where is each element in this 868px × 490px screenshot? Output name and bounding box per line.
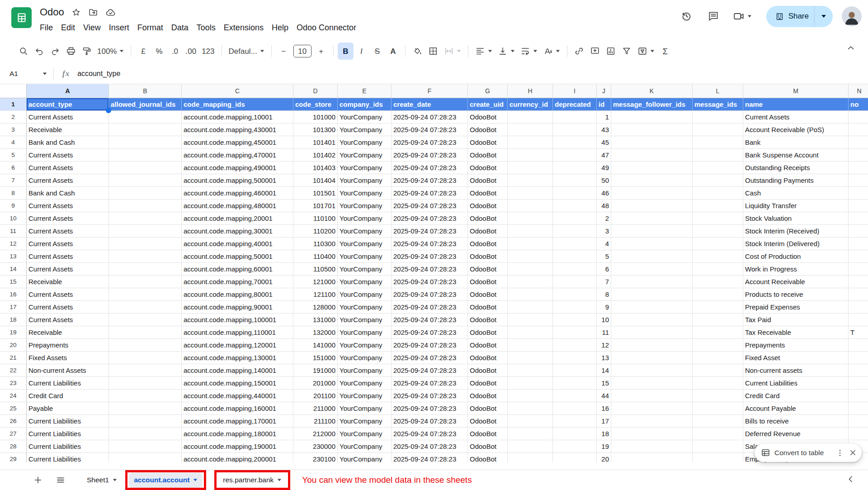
bold-button[interactable]: B xyxy=(338,43,354,60)
cell-C14[interactable]: account.code.mapping,60001 xyxy=(182,263,293,276)
cell-F18[interactable]: 2025-09-24 07:28:23 xyxy=(392,314,468,326)
cell-B10[interactable] xyxy=(109,212,182,225)
cell-B8[interactable] xyxy=(109,187,182,200)
cell-C12[interactable]: account.code.mapping,40001 xyxy=(182,238,293,250)
cell-E13[interactable]: YourCompany xyxy=(338,250,392,263)
header-cell-name[interactable]: name xyxy=(743,98,849,111)
row-header-6[interactable]: 6 xyxy=(0,162,27,174)
cell-B27[interactable] xyxy=(109,428,182,440)
cell-B13[interactable] xyxy=(109,250,182,263)
row-header-29[interactable]: 29 xyxy=(0,453,27,462)
cell-F26[interactable]: 2025-09-24 07:28:23 xyxy=(392,415,468,428)
cell-G24[interactable]: OdooBot xyxy=(468,390,508,402)
cell-N8[interactable] xyxy=(849,187,868,200)
row-header-9[interactable]: 9 xyxy=(0,200,27,212)
cell-G18[interactable]: OdooBot xyxy=(468,314,508,326)
cell-H16[interactable] xyxy=(508,288,553,301)
cell-I15[interactable] xyxy=(553,276,597,288)
cell-B15[interactable] xyxy=(109,276,182,288)
cell-D29[interactable]: 230100 xyxy=(293,453,338,462)
cell-M16[interactable]: Products to receive xyxy=(743,288,849,301)
row-header-28[interactable]: 28 xyxy=(0,440,27,453)
cell-I21[interactable] xyxy=(553,352,597,364)
cell-A20[interactable]: Prepayments xyxy=(27,339,109,352)
cell-D16[interactable]: 121100 xyxy=(293,288,338,301)
row-header-16[interactable]: 16 xyxy=(0,288,27,301)
cell-K4[interactable] xyxy=(611,136,693,149)
header-cell-currency_id[interactable]: currency_id xyxy=(508,98,553,111)
cell-N24[interactable] xyxy=(849,390,868,402)
name-box[interactable]: A1 xyxy=(0,70,53,78)
row-header-12[interactable]: 12 xyxy=(0,238,27,250)
cell-E6[interactable]: YourCompany xyxy=(338,162,392,174)
vertical-align-button[interactable] xyxy=(495,43,518,60)
comments-icon[interactable] xyxy=(702,5,725,28)
column-header-C[interactable]: C xyxy=(182,84,293,98)
cell-A2[interactable]: Current Assets xyxy=(27,111,109,124)
cell-J21[interactable]: 13 xyxy=(597,352,611,364)
cell-I13[interactable] xyxy=(553,250,597,263)
create-filter-button[interactable] xyxy=(619,43,635,60)
cell-C10[interactable]: account.code.mapping,20001 xyxy=(182,212,293,225)
menu-data[interactable]: Data xyxy=(167,22,193,34)
cell-I23[interactable] xyxy=(553,377,597,390)
row-header-23[interactable]: 23 xyxy=(0,377,27,390)
text-rotation-button[interactable] xyxy=(540,43,563,60)
cell-J14[interactable]: 6 xyxy=(597,263,611,276)
cell-J17[interactable]: 9 xyxy=(597,301,611,314)
cell-A4[interactable]: Bank and Cash xyxy=(27,136,109,149)
cell-E24[interactable]: YourCompany xyxy=(338,390,392,402)
cell-C18[interactable]: account.code.mapping,100001 xyxy=(182,314,293,326)
cell-C24[interactable]: account.code.mapping,440001 xyxy=(182,390,293,402)
cell-L28[interactable] xyxy=(693,440,743,453)
cell-J3[interactable]: 43 xyxy=(597,124,611,136)
cell-C6[interactable]: account.code.mapping,490001 xyxy=(182,162,293,174)
column-header-E[interactable]: E xyxy=(338,84,392,98)
cell-J7[interactable]: 50 xyxy=(597,174,611,187)
sheet-tab-sheet1[interactable]: Sheet1 xyxy=(87,476,117,484)
cell-I27[interactable] xyxy=(553,428,597,440)
menu-view[interactable]: View xyxy=(79,22,105,34)
print-button[interactable] xyxy=(63,43,79,60)
cell-F27[interactable]: 2025-09-24 07:28:23 xyxy=(392,428,468,440)
cell-A3[interactable]: Receivable xyxy=(27,124,109,136)
cell-A28[interactable]: Current Liabilities xyxy=(27,440,109,453)
cell-B16[interactable] xyxy=(109,288,182,301)
horizontal-align-button[interactable] xyxy=(472,43,495,60)
strikethrough-button[interactable]: S xyxy=(369,43,385,60)
cell-G6[interactable]: OdooBot xyxy=(468,162,508,174)
cell-K6[interactable] xyxy=(611,162,693,174)
row-header-20[interactable]: 20 xyxy=(0,339,27,352)
cell-N6[interactable] xyxy=(849,162,868,174)
cell-A12[interactable]: Current Assets xyxy=(27,238,109,250)
cell-J11[interactable]: 3 xyxy=(597,225,611,238)
cell-H17[interactable] xyxy=(508,301,553,314)
cell-A29[interactable]: Current Liabilities xyxy=(27,453,109,462)
font-size-decrease-button[interactable]: − xyxy=(276,43,292,60)
cell-L5[interactable] xyxy=(693,149,743,162)
cell-L27[interactable] xyxy=(693,428,743,440)
header-cell-no[interactable]: no xyxy=(849,98,868,111)
cell-F23[interactable]: 2025-09-24 07:28:23 xyxy=(392,377,468,390)
cell-H23[interactable] xyxy=(508,377,553,390)
cell-F7[interactable]: 2025-09-24 07:28:23 xyxy=(392,174,468,187)
cell-D11[interactable]: 110200 xyxy=(293,225,338,238)
column-header-L[interactable]: L xyxy=(693,84,743,98)
row-header-11[interactable]: 11 xyxy=(0,225,27,238)
row-header-2[interactable]: 2 xyxy=(0,111,27,124)
cell-K10[interactable] xyxy=(611,212,693,225)
meet-video-button[interactable] xyxy=(729,10,755,22)
cell-D20[interactable]: 141000 xyxy=(293,339,338,352)
menu-format[interactable]: Format xyxy=(133,22,167,34)
cell-A6[interactable]: Current Assets xyxy=(27,162,109,174)
cell-D24[interactable]: 201100 xyxy=(293,390,338,402)
cell-E14[interactable]: YourCompany xyxy=(338,263,392,276)
cell-F11[interactable]: 2025-09-24 07:28:23 xyxy=(392,225,468,238)
cell-N18[interactable] xyxy=(849,314,868,326)
sheets-logo-icon[interactable] xyxy=(11,7,32,28)
cell-J18[interactable]: 10 xyxy=(597,314,611,326)
cell-D17[interactable]: 128000 xyxy=(293,301,338,314)
cell-M18[interactable]: Tax Paid xyxy=(743,314,849,326)
cell-G17[interactable]: OdooBot xyxy=(468,301,508,314)
cell-D15[interactable]: 121000 xyxy=(293,276,338,288)
